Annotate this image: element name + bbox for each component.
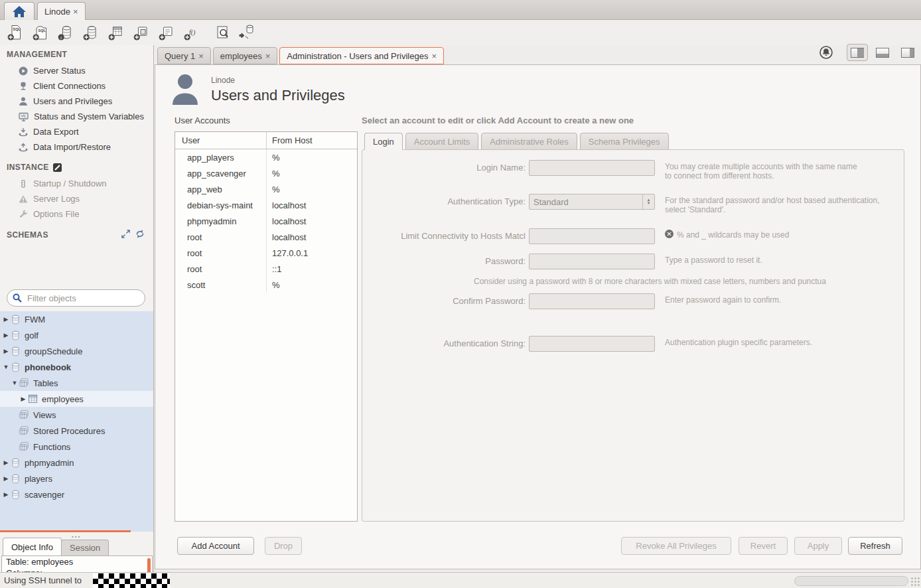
schema-filter-input[interactable] [26, 293, 145, 304]
refresh-schemas-icon[interactable] [135, 230, 145, 238]
table-row[interactable]: scott% [175, 277, 357, 293]
home-tab[interactable] [4, 2, 35, 20]
field-input[interactable] [530, 161, 654, 175]
create-function-icon[interactable]: f() [182, 23, 200, 42]
create-schema-icon[interactable] [81, 23, 100, 42]
table-row[interactable]: root::1 [175, 261, 357, 277]
sidebar-item-client-connections[interactable]: Client Connections [0, 78, 154, 94]
tree-item-golf[interactable]: ▶golf [0, 327, 153, 343]
editor-tab-strip: Query 1×employees×Administration - Users… [157, 47, 444, 65]
table-row[interactable]: debian-sys-maintlocalhost [175, 197, 357, 213]
table-row[interactable]: app_players% [175, 149, 357, 165]
close-icon[interactable]: × [265, 51, 271, 61]
sidebar-item-users-and-privileges[interactable]: Users and Privileges [0, 94, 154, 109]
table-row[interactable]: app_scavenger% [175, 165, 357, 181]
sidebar-item-server-logs[interactable]: Server Logs [0, 191, 154, 206]
chevron-right-icon[interactable]: ▶ [3, 459, 9, 466]
tree-item-phpmyadmin[interactable]: ▶phpmyadmin [0, 455, 153, 471]
tab-object-info[interactable]: Object Info [3, 538, 62, 555]
panel-divider[interactable] [0, 530, 131, 532]
expand-schemas-icon[interactable] [121, 230, 130, 238]
chevron-down-icon[interactable]: ▼ [3, 364, 9, 370]
horizontal-scrollbar[interactable] [794, 576, 908, 586]
tree-item-employees[interactable]: ▶employees [0, 391, 153, 407]
resize-grip-icon[interactable] [910, 577, 920, 586]
chevron-right-icon[interactable]: ▶ [20, 396, 27, 402]
text-field [529, 228, 655, 244]
tree-item-views[interactable]: Views [0, 407, 153, 423]
form-row-login-name-: Login Name:You may create multiple accou… [362, 160, 904, 177]
tab-session[interactable]: Session [61, 540, 109, 555]
toggle-left-sidebar-button[interactable] [847, 44, 868, 61]
toggle-right-sidebar-button[interactable] [897, 44, 918, 61]
field-input[interactable] [530, 229, 654, 244]
reconnect-database-icon[interactable] [238, 23, 256, 42]
sidebar: MANAGEMENT Server StatusClient Connectio… [0, 45, 154, 572]
table-row[interactable]: rootlocalhost [175, 229, 357, 245]
toggle-bottom-panel-button[interactable] [872, 44, 893, 61]
tab-schema-privileges[interactable]: Schema Privileges [580, 133, 669, 150]
tab-login[interactable]: Login [364, 133, 403, 150]
chevron-right-icon[interactable]: ▶ [3, 316, 9, 323]
options-file-icon [19, 210, 28, 219]
create-view-icon[interactable] [131, 23, 150, 42]
table-row[interactable]: app_web% [175, 181, 357, 197]
table-row[interactable]: root127.0.0.1 [175, 245, 357, 261]
column-header-user[interactable]: User [175, 132, 267, 149]
tree-item-phonebook[interactable]: ▼phonebook [0, 359, 153, 375]
chevron-right-icon[interactable]: ▶ [3, 491, 9, 498]
spinner-arrows-icon[interactable]: ▲▼ [642, 194, 654, 209]
schema-filter-box [7, 289, 145, 307]
cell-user: app_web [175, 181, 267, 197]
create-table-icon[interactable] [106, 23, 125, 42]
new-query-icon[interactable]: SQL [5, 23, 24, 42]
functions-folder-icon [19, 442, 29, 451]
instance-section-header: INSTANCE [7, 163, 62, 172]
tree-item-fwm[interactable]: ▶FWM [0, 311, 153, 327]
sidebar-item-status-and-system-variables[interactable]: Status and System Variables [0, 109, 154, 124]
field-input[interactable] [530, 336, 654, 351]
refresh-button[interactable]: Refresh [848, 537, 902, 555]
tree-item-scavenger[interactable]: ▶scavenger [0, 486, 153, 502]
text-field [529, 336, 655, 352]
open-script-icon[interactable]: SQL [31, 23, 49, 42]
create-procedure-icon[interactable] [157, 23, 175, 42]
tab-account-limits[interactable]: Account Limits [405, 133, 479, 150]
inspect-database-icon[interactable]: i [56, 23, 74, 42]
close-icon[interactable]: × [431, 51, 437, 61]
tree-item-label: phpmyadmin [25, 458, 74, 468]
field-input[interactable] [530, 294, 654, 309]
authentication-type-select[interactable]: Standard▲▼ [529, 194, 655, 210]
connection-tab[interactable]: Linode × [37, 2, 86, 20]
sidebar-item-data-export[interactable]: Data Export [0, 124, 154, 139]
tree-item-players[interactable]: ▶players [0, 471, 153, 486]
close-icon[interactable]: × [198, 51, 204, 61]
chevron-right-icon[interactable]: ▶ [3, 475, 9, 482]
column-header-from-host[interactable]: From Host [267, 135, 313, 145]
search-data-icon[interactable] [212, 23, 231, 42]
field-input[interactable] [530, 254, 654, 269]
chevron-down-icon[interactable]: ▼ [11, 380, 18, 386]
close-icon[interactable]: × [73, 7, 78, 17]
apply-button: Apply [794, 537, 842, 555]
tab-query-1[interactable]: Query 1× [157, 47, 211, 64]
schema-icon [11, 474, 21, 484]
add-account-button[interactable]: Add Account [177, 537, 254, 555]
right-panel-icon [901, 48, 914, 58]
notification-icon[interactable] [819, 45, 833, 60]
sidebar-item-data-import-restore[interactable]: Data Import/Restore [0, 139, 154, 155]
tree-item-functions[interactable]: Functions [0, 439, 153, 455]
tree-item-stored-procedures[interactable]: Stored Procedures [0, 423, 153, 439]
table-row[interactable]: phpmyadminlocalhost [175, 213, 357, 229]
chevron-right-icon[interactable]: ▶ [3, 332, 9, 338]
chevron-right-icon[interactable]: ▶ [3, 348, 9, 354]
sidebar-item-startup-shutdown[interactable]: Startup / Shutdown [0, 176, 154, 191]
sidebar-item-options-file[interactable]: Options File [0, 206, 154, 222]
form-row-authentication-type-: Authentication Type:Standard▲▼For the st… [362, 194, 904, 211]
tab-employees[interactable]: employees× [213, 47, 277, 64]
sidebar-item-server-status[interactable]: Server Status [0, 63, 154, 78]
tab-administration-users-and-privileges[interactable]: Administration - Users and Privileges× [279, 47, 444, 64]
tree-item-groupschedule[interactable]: ▶groupSchedule [0, 343, 153, 359]
tab-administrative-roles[interactable]: Administrative Roles [481, 133, 577, 150]
tree-item-tables[interactable]: ▼Tables [0, 375, 153, 391]
